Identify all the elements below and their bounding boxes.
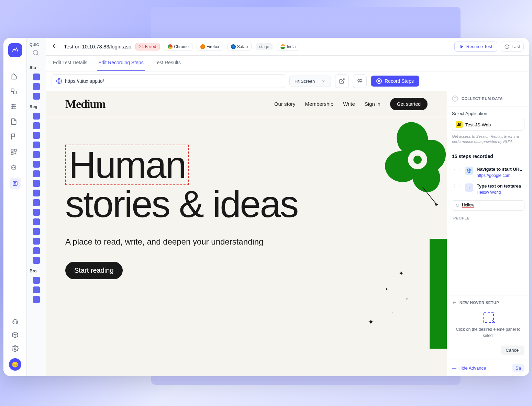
- hover-setup-panel: NEW HOVER SETUP Click on the desired ele…: [447, 295, 529, 360]
- globe-icon: [56, 78, 62, 84]
- list-item[interactable]: [33, 113, 40, 120]
- list-item[interactable]: [33, 83, 40, 90]
- list-item[interactable]: [33, 74, 40, 80]
- step-item[interactable]: ⋮⋮ Navigate to start URL https://google.…: [447, 164, 529, 181]
- inspect-button[interactable]: [353, 74, 367, 88]
- list-item[interactable]: [33, 296, 40, 303]
- settings-icon[interactable]: [11, 345, 19, 353]
- nav-write[interactable]: Write: [343, 101, 355, 107]
- start-reading-button[interactable]: Start reading: [65, 262, 123, 279]
- list-item[interactable]: [33, 199, 40, 206]
- list-item[interactable]: [33, 257, 40, 264]
- rum-toggle[interactable]: [452, 95, 458, 102]
- step-title: Navigate to start URL: [477, 167, 524, 172]
- nav-our-story[interactable]: Our story: [274, 101, 296, 107]
- list-item[interactable]: [33, 218, 40, 225]
- drag-handle-icon[interactable]: ⋮⋮: [452, 167, 462, 172]
- list-item[interactable]: [33, 286, 40, 293]
- cube-icon[interactable]: [11, 331, 19, 339]
- step-item[interactable]: ⋮⋮ T Type text on textarea Hellow World: [447, 181, 529, 198]
- svg-point-40: [456, 204, 459, 206]
- list-item[interactable]: [33, 238, 40, 245]
- test-icon[interactable]: [10, 178, 21, 189]
- tab-test-results[interactable]: Test Results: [153, 56, 182, 71]
- svg-point-28: [360, 80, 362, 82]
- nav-membership[interactable]: Membership: [305, 101, 334, 107]
- list-item[interactable]: [33, 228, 40, 235]
- left-rail: 😊: [3, 38, 27, 376]
- svg-rect-9: [11, 153, 13, 155]
- save-button[interactable]: Sa: [512, 364, 524, 372]
- resume-test-button[interactable]: Resume Test: [454, 42, 498, 52]
- hide-advance-button[interactable]: — Hide Advance: [452, 365, 486, 371]
- home-icon[interactable]: [10, 72, 18, 80]
- firefox-pill[interactable]: Firefox: [197, 43, 223, 50]
- record-icon: [376, 78, 382, 84]
- list-item[interactable]: [33, 132, 40, 139]
- list-item[interactable]: [33, 122, 40, 129]
- external-link-button[interactable]: [335, 74, 349, 88]
- flag-icon[interactable]: [10, 133, 18, 141]
- tab-edit-recording[interactable]: Edit Recording Steps: [97, 56, 145, 71]
- section-header: Reg: [27, 101, 46, 111]
- chrome-pill[interactable]: Chrome: [164, 43, 192, 50]
- app-selector[interactable]: JS Test-JS-Web: [452, 119, 524, 131]
- hero-line2: stories & ideas: [65, 183, 298, 225]
- svg-point-14: [12, 167, 13, 168]
- get-started-button[interactable]: Get started: [390, 98, 428, 110]
- region-pill[interactable]: India: [277, 43, 299, 50]
- section-header: Sta: [27, 62, 46, 72]
- list-item[interactable]: [33, 142, 40, 148]
- file-icon[interactable]: [10, 117, 18, 126]
- tab-bar: Edit Test Details Edit Recording Steps T…: [46, 56, 529, 71]
- drag-handle-icon[interactable]: ⋮⋮: [452, 183, 462, 189]
- list-item[interactable]: [33, 277, 40, 284]
- search-icon[interactable]: [32, 49, 41, 58]
- list-item[interactable]: [33, 161, 40, 168]
- app-logo[interactable]: [8, 43, 22, 57]
- last-run-button[interactable]: Last: [501, 42, 524, 52]
- svg-point-15: [14, 167, 15, 168]
- list-item[interactable]: [33, 151, 40, 158]
- hover-back-button[interactable]: [452, 300, 457, 305]
- medium-nav: Medium Our story Membership Write Sign i…: [46, 91, 447, 117]
- list-item[interactable]: [33, 209, 40, 216]
- rum-title: COLLECT RUM DATA: [462, 97, 503, 101]
- layers-icon[interactable]: [10, 87, 18, 95]
- selected-element[interactable]: Human: [65, 145, 189, 185]
- steps-count: 15 steps recorded: [447, 149, 529, 164]
- svg-line-20: [37, 54, 38, 56]
- robot-icon[interactable]: [10, 163, 18, 171]
- top-bar: Test on 10.10.78.83/login.asp 24 Failed …: [46, 38, 529, 56]
- list-item[interactable]: [33, 180, 40, 187]
- user-avatar[interactable]: 😊: [9, 358, 21, 371]
- back-button[interactable]: [52, 43, 60, 51]
- list-item[interactable]: [33, 190, 40, 196]
- india-flag-icon: [280, 44, 285, 49]
- stars-decoration: ✦ ✦ ✦ ✦ · ·: [357, 266, 426, 335]
- hover-illustration: [452, 312, 524, 323]
- tab-edit-details[interactable]: Edit Test Details: [52, 56, 89, 71]
- safari-pill[interactable]: Safari: [227, 43, 252, 50]
- app-window: 😊 QUIC Sta Reg Bro Test o: [3, 38, 529, 376]
- record-steps-button[interactable]: Record Steps: [371, 76, 419, 87]
- list-item[interactable]: [33, 247, 40, 254]
- viewport-select[interactable]: Fit Screen: [289, 76, 331, 87]
- hover-instruction: Click on the desired eleme panel to sele…: [452, 326, 524, 339]
- nav-sign-in[interactable]: Sign in: [365, 101, 380, 107]
- cancel-button[interactable]: Cancel: [501, 346, 524, 355]
- hover-title: NEW HOVER SETUP: [459, 301, 499, 305]
- preview-frame[interactable]: Medium Our story Membership Write Sign i…: [46, 91, 447, 376]
- select-app-label: Select Application: [452, 111, 524, 116]
- sliders-icon[interactable]: [10, 102, 18, 111]
- step-value: Hellow World: [477, 190, 524, 195]
- js-icon: JS: [456, 121, 463, 128]
- grid-add-icon[interactable]: [10, 148, 18, 156]
- medium-logo[interactable]: Medium: [65, 98, 106, 111]
- url-input[interactable]: https://uiux.app.io/: [52, 74, 285, 88]
- search-icon: [456, 203, 460, 207]
- search-value: Hellow: [462, 203, 474, 208]
- list-item[interactable]: [33, 93, 40, 100]
- headset-icon[interactable]: [11, 317, 19, 325]
- list-item[interactable]: [33, 170, 40, 177]
